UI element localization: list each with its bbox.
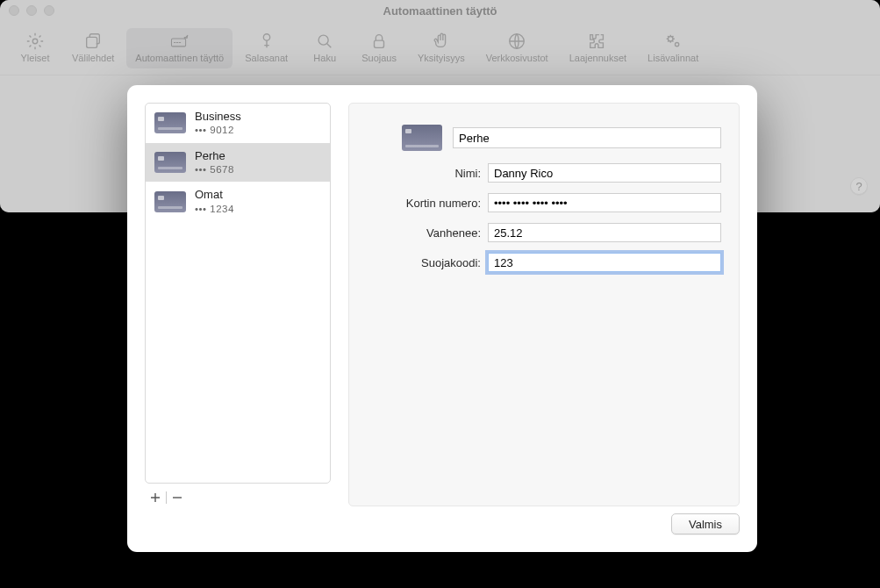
card-name: Omat [195, 188, 234, 202]
card-cvv-input[interactable] [488, 253, 721, 272]
list-controls [145, 489, 331, 506]
credit-card-icon [402, 125, 442, 151]
label-number: Kortin numero: [367, 197, 488, 210]
label-cvv: Suojakoodi: [367, 256, 488, 269]
card-row-business[interactable]: Business ••• 9012 [146, 104, 330, 143]
card-last4: ••• 1234 [195, 203, 234, 215]
label-expiry: Vanhenee: [367, 226, 488, 240]
card-last4: ••• 9012 [195, 124, 241, 136]
card-name: Business [195, 110, 241, 124]
card-form: Nimi: Kortin numero: Vanhenee: Suojakood… [348, 103, 740, 506]
credit-card-icon [154, 191, 186, 212]
remove-card-button[interactable] [167, 489, 188, 506]
card-last4: ••• 5678 [195, 163, 234, 176]
done-button[interactable]: Valmis [671, 513, 740, 534]
card-name: Perhe [195, 149, 234, 163]
add-card-button[interactable] [145, 489, 166, 506]
credit-cards-sheet: Business ••• 9012 Perhe ••• 5678 Omat [127, 85, 757, 552]
card-number-input[interactable] [488, 193, 721, 212]
cardholder-name-input[interactable] [488, 163, 721, 183]
card-row-omat[interactable]: Omat ••• 1234 [146, 182, 330, 221]
card-expiry-input[interactable] [488, 223, 721, 242]
credit-card-icon [154, 152, 186, 173]
credit-card-icon [154, 112, 186, 133]
card-description-input[interactable] [453, 127, 721, 148]
label-name: Nimi: [367, 167, 488, 180]
card-row-perhe[interactable]: Perhe ••• 5678 [146, 143, 330, 183]
card-list: Business ••• 9012 Perhe ••• 5678 Omat [145, 103, 331, 484]
